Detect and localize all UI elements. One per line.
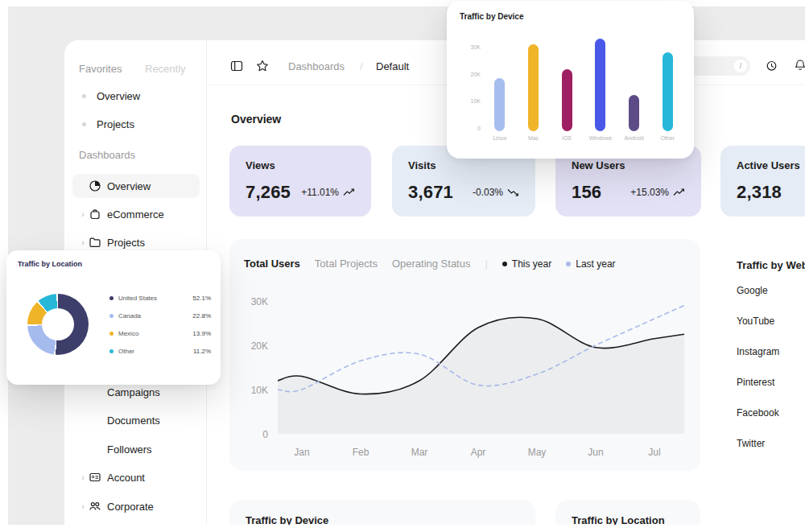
floating-traffic-device-card[interactable]: Traffic by Device 30K 20K 10K 0 Linux Ma… (447, 1, 694, 159)
website-item-pinterest[interactable]: Pinterest (737, 377, 774, 388)
stat-delta: +11.01% (301, 187, 339, 198)
chevron-right-icon: › (77, 209, 89, 219)
breadcrumb-section[interactable]: Dashboards (288, 60, 345, 72)
bar-y-tick: 10K (460, 98, 481, 104)
legend-label: United States (118, 295, 188, 302)
bar-slot (517, 32, 551, 131)
bar-windows (595, 39, 605, 132)
sidebar-item-ecommerce[interactable]: › eCommerce (72, 202, 200, 226)
legend-dot-icon (109, 349, 114, 353)
sidebar-item-overview[interactable]: Overview (72, 174, 200, 198)
stat-label: Active Users (737, 159, 805, 171)
page-title: Overview (231, 113, 281, 126)
bar-android (629, 95, 639, 132)
stat-label: New Users (572, 159, 685, 171)
x-axis-tick: May (513, 447, 561, 458)
sidebar-section-dashboards: Dashboards (79, 149, 135, 161)
star-icon[interactable] (256, 60, 269, 72)
legend-value: 13.9% (192, 330, 211, 337)
bar-category-labels: Linux Mac iOS Windows Android Other (483, 135, 684, 141)
sidebar-item-documents[interactable]: Documents (72, 408, 200, 432)
sidebar-tab-favorites[interactable]: Favorites (79, 63, 122, 76)
floating-device-title: Traffic by Device (460, 12, 523, 21)
bar-slot (650, 32, 684, 131)
legend-last-year[interactable]: Last year (566, 258, 615, 270)
floating-traffic-location-card[interactable]: Traffic by Location United States 52.1% … (6, 250, 221, 385)
legend-dot-icon (109, 332, 114, 336)
users-icon (89, 500, 101, 513)
sidebar-item-followers[interactable]: Followers (72, 437, 200, 461)
website-item-facebook[interactable]: Facebook (737, 407, 779, 419)
chevron-right-icon: › (77, 472, 89, 482)
bar-label-mac: Mac (517, 135, 551, 141)
stat-card-views[interactable]: Views 7,265 +11.01% (229, 146, 371, 217)
tab-total-projects[interactable]: Total Projects (315, 258, 378, 270)
stat-value: 156 (572, 182, 601, 203)
x-axis-tick: Jul (630, 447, 679, 458)
legend-dot-icon (109, 314, 114, 318)
bullet-dot-icon (82, 94, 86, 98)
sidebar-item-account[interactable]: › Account (72, 465, 200, 489)
sidebar-item-label: Documents (107, 414, 160, 427)
legend-this-year[interactable]: This year (502, 258, 551, 270)
sidebar-item-overview-quick[interactable]: Overview (72, 84, 200, 108)
y-axis-tick: 0 (239, 429, 268, 440)
sidebar-item-label: Overview (97, 90, 140, 102)
website-item-youtube[interactable]: YouTube (737, 315, 774, 327)
legend-dot-icon (566, 262, 571, 266)
bar-mac (528, 44, 539, 132)
floating-location-title: Traffic by Location (18, 260, 82, 268)
sidebar-item-label: Projects (107, 237, 145, 249)
sidebar-item-label: Account (107, 472, 145, 484)
trend-down-icon (507, 188, 519, 196)
bell-icon[interactable] (794, 59, 805, 72)
breadcrumb-page[interactable]: Default (376, 60, 409, 72)
history-icon[interactable] (765, 59, 778, 72)
sidebar-toggle-icon[interactable] (230, 60, 243, 72)
sidebar-item-label: Campaigns (107, 386, 160, 398)
legend-label: Canada (118, 312, 188, 320)
legend-value: 11.2% (193, 348, 211, 355)
donut-hole (42, 308, 74, 340)
x-axis-tick: Jan (278, 447, 326, 458)
sidebar-item-corporate[interactable]: › Corporate (72, 494, 200, 518)
traffic-website-title: Traffic by Website (737, 259, 805, 271)
bar-slot (483, 32, 517, 131)
website-item-google[interactable]: Google (737, 285, 768, 296)
location-donut-chart[interactable] (27, 294, 89, 355)
legend-label: Last year (576, 258, 615, 270)
legend-label: Mexico (118, 330, 188, 337)
bar-label-other: Other (650, 135, 684, 141)
stat-card-active-users[interactable]: Active Users 2,318 (720, 146, 805, 217)
device-bar-chart[interactable] (483, 32, 684, 131)
this-year-area (278, 317, 684, 434)
breadcrumb-divider: / (360, 60, 363, 72)
website-item-instagram[interactable]: Instagram (737, 346, 779, 357)
chart-pie-icon (89, 179, 101, 192)
location-legend: United States 52.1% Canada 22.8% Mexico … (109, 289, 211, 360)
bar-y-tick: 20K (460, 72, 481, 77)
bar-y-tick: 0 (460, 126, 481, 131)
sidebar-item-projects-quick[interactable]: Projects (72, 112, 200, 136)
y-axis-tick: 30K (239, 296, 268, 307)
bar-ios (562, 69, 572, 131)
legend-dot-icon (109, 296, 114, 300)
website-item-twitter[interactable]: Twitter (737, 438, 765, 449)
search-shortcut-badge: / (734, 60, 747, 72)
sidebar-item-label: Followers (107, 443, 152, 456)
sidebar-item-label: Projects (97, 118, 134, 130)
tab-operating-status[interactable]: Operating Status (392, 258, 471, 270)
tab-total-users[interactable]: Total Users (244, 258, 300, 270)
chevron-right-icon: › (77, 501, 89, 511)
legend-row-mexico[interactable]: Mexico 13.9% (109, 324, 211, 342)
legend-label: This year (512, 258, 551, 270)
legend-row-other[interactable]: Other 11.2% (109, 342, 211, 360)
legend-row-united-states[interactable]: United States 52.1% (109, 289, 211, 307)
sidebar-tab-recently[interactable]: Recently (145, 63, 186, 76)
stat-delta: -0.03% (473, 187, 503, 198)
stat-label: Visits (408, 159, 519, 171)
chart-tabs: Total Users Total Projects Operating Sta… (244, 258, 616, 270)
total-users-line-chart[interactable] (278, 290, 684, 439)
bar-other (663, 52, 673, 131)
legend-row-canada[interactable]: Canada 22.8% (109, 307, 211, 324)
